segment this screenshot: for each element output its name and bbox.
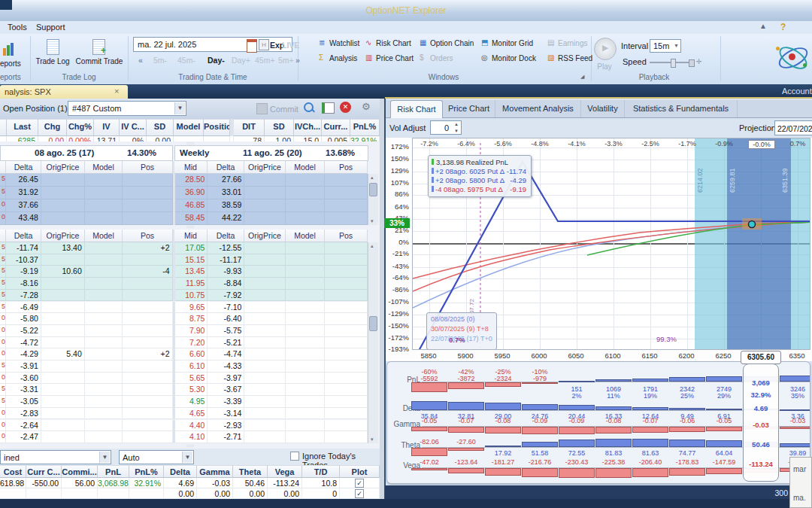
- option-row[interactable]: 0-5.227.90-5.75: [0, 325, 368, 337]
- cell: 32.91%: [350, 136, 380, 141]
- greek-bar: [632, 407, 668, 410]
- option-row[interactable]: 531.9236.9033.01: [0, 187, 368, 199]
- option-row[interactable]: 037.6646.8538.59: [0, 199, 368, 212]
- option-row[interactable]: 043.4858.4544.22: [0, 212, 368, 225]
- greek-bar: [448, 448, 484, 451]
- plot-checkbox[interactable]: ✓: [355, 489, 364, 498]
- y-axis-label: 107%: [379, 178, 409, 187]
- option-row[interactable]: 0-2.834.65-3.14: [0, 408, 368, 420]
- scrollbar-up-icon[interactable]: ▴: [371, 243, 374, 249]
- price-chart-icon: ▥: [365, 53, 372, 62]
- option-row[interactable]: 0-2.644.40-2.93: [0, 420, 368, 432]
- cell: [123, 254, 173, 266]
- option-row[interactable]: 5-7.2810.75-7.92: [0, 290, 368, 302]
- scrollbar[interactable]: ▴▾: [368, 242, 378, 443]
- speed-slider[interactable]: ✛: [650, 58, 699, 67]
- option-row[interactable]: 5-3.054.95-3.39: [0, 396, 368, 408]
- option-row[interactable]: 5-10.3715.15-11.17: [0, 254, 368, 266]
- option-row[interactable]: 0-4.295.40+26.60-4.74: [0, 348, 368, 360]
- option-row[interactable]: 0-5.808.75-6.40: [0, 313, 368, 325]
- cell: [286, 242, 325, 254]
- vol-adjust-spinner[interactable]: 0 ▲ ▼: [430, 120, 462, 135]
- column-header: Last: [7, 119, 38, 136]
- cell: +2: [123, 242, 173, 254]
- column-header: PnL%: [129, 465, 164, 478]
- greek-value: -0.06: [669, 417, 705, 424]
- cell: [244, 384, 286, 396]
- projection-date-field[interactable]: 22/07/202: [774, 120, 812, 135]
- greek-bar: [595, 439, 632, 447]
- splitter-handle[interactable]: ::::::: [179, 225, 201, 229]
- greek-bar: [706, 376, 742, 382]
- dialog-launcher-icon[interactable]: ◢: [580, 74, 584, 80]
- expiration-header[interactable]: Weekly11 ago. 25 (20)13.68%: [174, 145, 368, 161]
- spinner-up-icon[interactable]: ▲: [454, 122, 459, 126]
- option-row[interactable]: 526.4528.5027.66: [0, 174, 368, 187]
- option-row[interactable]: 5-3.315.30-3.67: [0, 384, 368, 396]
- cell: [85, 199, 123, 212]
- option-row[interactable]: 0-4.727.20-5.21: [0, 337, 368, 349]
- tab-statistics-fundamentals[interactable]: Statistics & Fundamentals: [625, 100, 738, 117]
- scrollbar[interactable]: ▴▾: [368, 174, 378, 225]
- option-row[interactable]: 0-3.605.65-3.97: [0, 373, 368, 385]
- tab-movement-analysis[interactable]: Movement Analysis: [495, 100, 581, 117]
- ignore-trades-checkbox[interactable]: [290, 452, 299, 461]
- calendar-popup[interactable]: mar ma.: [789, 457, 812, 508]
- tooltip-leg: +2 08ago. 6025 Put Δ-11.74: [432, 167, 528, 175]
- export-excel-icon[interactable]: [322, 102, 335, 114]
- greek-bar: [780, 376, 810, 382]
- menu-support[interactable]: Support: [36, 23, 65, 32]
- spinner-down-icon[interactable]: ▼: [454, 129, 459, 133]
- chart-tab-strip: Risk Chart Price Chart Movement Analysis…: [386, 100, 812, 118]
- help-icon[interactable]: ?: [780, 22, 786, 32]
- expiration-header[interactable]: 08 ago. 25 (17)14.30%: [0, 145, 173, 161]
- mode-select[interactable]: Auto ▼: [119, 450, 194, 464]
- option-row[interactable]: 5-3.916.10-4.33: [0, 360, 368, 373]
- tab-analysis-spx[interactable]: nalysis: SPX ×: [0, 85, 128, 99]
- x-axis-label: 6350: [779, 351, 812, 360]
- slider-handle[interactable]: [671, 59, 676, 68]
- summary-row[interactable]: 618.98-550.0056.003,068.9832.91%4.69-0.0…: [0, 478, 380, 488]
- cell: [85, 266, 123, 278]
- scrollbar-down-icon[interactable]: ▾: [371, 437, 374, 443]
- expiration-label: 11 ago. 25 (20): [243, 148, 302, 157]
- cell: [123, 360, 173, 373]
- greek-bar: [595, 406, 632, 410]
- option-row[interactable]: 5-6.499.65-7.10: [0, 302, 368, 314]
- tab-volatility[interactable]: Volatility: [581, 100, 625, 117]
- collapse-ribbon-icon[interactable]: ▲: [759, 22, 767, 30]
- tab-price-chart[interactable]: Price Chart: [443, 100, 495, 117]
- column-header: OrigPrice: [41, 161, 85, 174]
- scrollbar-thumb[interactable]: [369, 316, 377, 331]
- scrollbar-thumb[interactable]: [369, 183, 377, 196]
- column-header: OrigPrice: [41, 230, 85, 242]
- summary-row[interactable]: 0.000.000.000.000✓: [0, 488, 380, 499]
- option-row[interactable]: 5-9.1910.60-413.45-9.93: [0, 266, 368, 278]
- greek-bar: [411, 468, 447, 470]
- interval-select[interactable]: 15m ▼: [650, 39, 681, 53]
- trade-group-select[interactable]: ined ▼: [0, 450, 111, 464]
- column-header: Plot: [340, 465, 380, 478]
- splitter-handle[interactable]: ::::::: [179, 444, 201, 448]
- gear-icon[interactable]: ⚙: [362, 101, 371, 112]
- menu-tools[interactable]: Tools: [8, 23, 27, 32]
- play-button[interactable]: ▶: [594, 38, 617, 60]
- tab-risk-chart[interactable]: Risk Chart: [390, 100, 443, 118]
- cell: [244, 360, 286, 373]
- option-row[interactable]: 5-8.1611.95-8.84: [0, 278, 368, 290]
- commit-button[interactable]: Commit: [270, 105, 298, 114]
- option-row[interactable]: 0-2.474.10-2.71: [0, 431, 368, 443]
- plot-checkbox[interactable]: ✓: [355, 479, 364, 488]
- greek-bar: [559, 405, 595, 410]
- close-position-icon[interactable]: ✕: [340, 102, 351, 113]
- scrollbar-down-icon[interactable]: ▾: [371, 218, 374, 224]
- column-header: Model: [286, 161, 325, 174]
- cell: 0%: [120, 136, 147, 141]
- position-preset-select[interactable]: #487 Custom ▼: [68, 101, 186, 116]
- current-greek-value: -113.24: [743, 460, 779, 468]
- option-row[interactable]: 5-11.7413.40+217.05-12.55: [0, 242, 368, 254]
- risk-chart-plot[interactable]: 6214.026259.816351.39-7.2%-6.4%-5.6%-4.8…: [412, 138, 810, 350]
- scrollbar-up-icon[interactable]: ▴: [371, 175, 374, 181]
- cell: [286, 278, 325, 290]
- close-icon[interactable]: ×: [114, 87, 119, 96]
